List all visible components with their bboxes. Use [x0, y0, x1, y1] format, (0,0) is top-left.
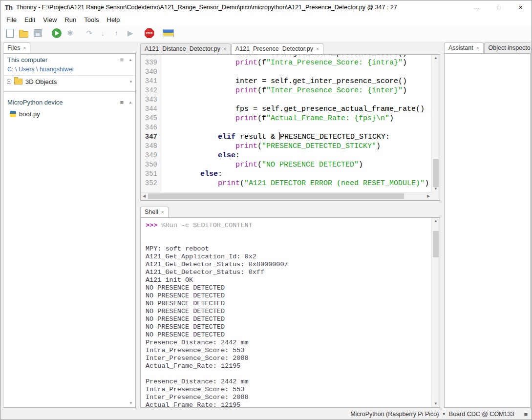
code-token: [165, 179, 218, 188]
resume-button[interactable]: ▶: [124, 27, 137, 40]
run-script-button[interactable]: [50, 27, 63, 40]
line-number: 344: [141, 105, 157, 114]
code-token: "NO PRESENCE DETECTED": [262, 161, 359, 169]
maximize-button[interactable]: □: [488, 0, 510, 14]
code-line[interactable]: inter = self.get_inter_presence_score(): [165, 77, 429, 86]
code-token: print: [235, 161, 257, 169]
scroll-down-icon[interactable]: ▼: [432, 186, 440, 192]
tab-assistant[interactable]: Assistant×: [444, 42, 484, 53]
device-menu-icon[interactable]: ≡: [120, 99, 124, 106]
code-token: (: [257, 142, 262, 150]
code-token: else: [218, 151, 235, 160]
statusbar-menu-icon[interactable]: ≡: [524, 411, 528, 418]
menu-item-help[interactable]: Help: [103, 15, 124, 24]
stop-button[interactable]: STOP: [143, 27, 156, 40]
files-splitter[interactable]: [3, 91, 135, 92]
code-line[interactable]: else:: [165, 169, 429, 179]
minimize-button[interactable]: —: [466, 0, 488, 14]
window-title: Thonny - E:\Project\A121 Range Sensor\Co…: [16, 4, 466, 11]
shell-vertical-scrollbar[interactable]: ▲ ▼: [431, 218, 440, 407]
scroll-down-icon[interactable]: ▼: [129, 401, 133, 405]
code-token: "Inter_Presence_Score: {inter}": [266, 86, 403, 95]
code-token: :: [218, 170, 222, 178]
step-over-button[interactable]: ↷: [83, 27, 96, 40]
code-line[interactable]: print("A121 DETECTOR ERROR (need RESET_M…: [165, 179, 429, 188]
scroll-right-icon[interactable]: ▶: [425, 192, 432, 200]
code-line[interactable]: else:: [165, 151, 429, 160]
interpreter-selector[interactable]: MicroPython (Raspberry Pi Pico): [350, 411, 439, 418]
code-line[interactable]: print(f"Inter_Presence_Score: {inter}"): [165, 86, 429, 95]
code-line[interactable]: print(f"Actual_Frame_Rate: {fps}\n"): [165, 114, 429, 123]
code-token: [165, 161, 235, 169]
close-icon[interactable]: ×: [476, 45, 479, 51]
titlebar[interactable]: Th Thonny - E:\Project\A121 Range Sensor…: [0, 0, 532, 14]
this-computer-header[interactable]: This computer ≡ ▲: [3, 54, 135, 65]
debug-script-button[interactable]: ✱: [64, 27, 77, 40]
code-line[interactable]: [165, 123, 429, 132]
shell-output-line: [146, 237, 432, 245]
scroll-down-icon[interactable]: ▼: [432, 400, 440, 407]
code-line[interactable]: intra = self.get_intra_presence_score(): [165, 55, 429, 58]
scrollbar-thumb[interactable]: [433, 159, 439, 187]
code-area[interactable]: intra = self.get_intra_presence_score() …: [161, 55, 429, 192]
menu-item-file[interactable]: File: [2, 15, 21, 24]
menu-item-run[interactable]: Run: [61, 15, 80, 24]
shell-output[interactable]: >>> %Run -c $EDITOR_CONTENT MPY: soft re…: [141, 218, 432, 407]
open-file-button[interactable]: [17, 27, 30, 40]
code-line[interactable]: fps = self.get_presence_actual_frame_rat…: [165, 105, 429, 114]
files-menu-icon[interactable]: ≡: [120, 56, 124, 63]
tab-object-inspector[interactable]: Object inspector×: [484, 42, 531, 53]
close-icon[interactable]: ×: [316, 46, 319, 52]
scrollbar-thumb[interactable]: [148, 193, 404, 199]
shell-output-line: NO PRESENCE DETECTED: [146, 315, 432, 323]
shell-output-line: Inter_Presence_Score: 2088: [146, 394, 432, 401]
shell-output-line: Actual_Frame_Rate: 12195: [146, 362, 432, 370]
scroll-up-icon[interactable]: ▲: [128, 100, 132, 105]
tab-a121-presence-detector-py[interactable]: A121_Presence_Detector.py×: [231, 43, 323, 54]
code-line[interactable]: [165, 67, 429, 77]
code-line[interactable]: elif result & PRESENCE_DETECTED_STICKY:: [165, 132, 429, 142]
scroll-up-icon[interactable]: ▲: [128, 58, 132, 62]
save-file-button[interactable]: [31, 27, 44, 40]
new-file-icon: [6, 29, 14, 38]
shell-output-line: Actual_Frame_Rate: 12195: [146, 401, 432, 407]
scroll-down-icon[interactable]: ▼: [129, 80, 133, 84]
shell-prompt-line[interactable]: >>> %Run -c $EDITOR_CONTENT: [146, 222, 432, 230]
close-icon[interactable]: ×: [23, 45, 26, 51]
menu-item-edit[interactable]: Edit: [21, 15, 39, 24]
stop-label: STOP: [146, 32, 153, 35]
close-icon[interactable]: ×: [223, 46, 226, 52]
code-line[interactable]: print("NO PRESENCE DETECTED"): [165, 160, 429, 169]
port-selector[interactable]: Board CDC @ COM133: [449, 411, 514, 418]
editor-horizontal-scrollbar[interactable]: ◀ ▶: [141, 192, 432, 200]
step-out-button[interactable]: ↑: [110, 27, 123, 40]
stop-sign-icon: STOP: [145, 28, 154, 38]
expand-icon[interactable]: [7, 80, 11, 84]
scroll-left-icon[interactable]: ◀: [141, 192, 148, 200]
code-token: (f: [257, 114, 266, 123]
tab-files[interactable]: Files ×: [3, 42, 30, 53]
scroll-up-icon[interactable]: ▲: [432, 55, 440, 62]
code-line[interactable]: print(f"Intra_Presence_Score: {intra}"): [165, 58, 429, 67]
folder-item-3d-objects[interactable]: 3D Objects ▼: [3, 76, 135, 87]
tab-a121-distance-detector-py[interactable]: A121_Distance_Detector.py×: [140, 43, 231, 54]
menu-item-tools[interactable]: Tools: [80, 15, 103, 24]
editor-vertical-scrollbar[interactable]: ▲ ▼: [431, 55, 440, 192]
file-item-boot-py[interactable]: boot.py: [3, 108, 135, 120]
editor-view[interactable]: 3383393403413423433443453463473483493503…: [141, 55, 432, 192]
scrollbar-thumb[interactable]: [433, 231, 439, 257]
code-line[interactable]: print("PRESENCE_DETECTED_STICKY"): [165, 142, 429, 151]
micropython-device-header[interactable]: MicroPython device ≡ ▲: [3, 96, 135, 108]
step-into-button[interactable]: ↓: [96, 27, 109, 40]
tab-shell[interactable]: Shell ×: [140, 207, 169, 217]
scroll-up-icon[interactable]: ▲: [432, 218, 440, 225]
menu-item-view[interactable]: View: [39, 15, 61, 24]
computer-path[interactable]: C: \ Users \ huangshiwei: [3, 65, 135, 76]
editor-gutter: 3383393403413423433443453463473483493503…: [141, 55, 161, 192]
ukraine-flag-button[interactable]: [162, 27, 175, 40]
close-button[interactable]: ✕: [510, 0, 532, 14]
new-file-button[interactable]: [3, 27, 17, 40]
code-token: intra = self.get_intra_presence_score(): [165, 55, 407, 58]
code-line[interactable]: [165, 95, 429, 105]
close-icon[interactable]: ×: [161, 210, 164, 215]
